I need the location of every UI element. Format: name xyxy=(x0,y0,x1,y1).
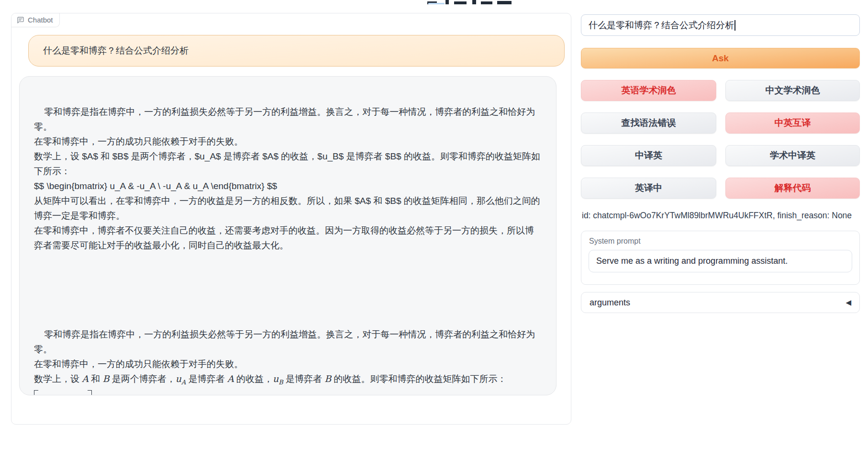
ask-button[interactable]: Ask xyxy=(581,48,860,68)
button-label: 英译中 xyxy=(635,182,662,194)
system-prompt-group: System prompt Serve me as a writing and … xyxy=(581,231,860,285)
user-message-bubble: 什么是零和博弈？结合公式介绍分析 xyxy=(28,35,565,67)
button-label: 中文学术润色 xyxy=(766,84,820,97)
chatbot-panel: Chatbot 什么是零和博弈？结合公式介绍分析 零和博弈是指在博弈中，一方的利… xyxy=(11,13,571,425)
paragraph-gap xyxy=(34,268,542,312)
button-label: 英语学术润色 xyxy=(622,84,676,97)
button-find-grammar-errors[interactable]: 查找语法错误 xyxy=(581,112,716,134)
button-academic-zh-to-en[interactable]: 学术中译英 xyxy=(725,145,860,166)
chatbot-panel-label-text: Chatbot xyxy=(28,16,53,24)
button-zh-to-en[interactable]: 中译英 xyxy=(581,145,716,166)
bot-message-raw-text: 零和博弈是指在博弈中，一方的利益损失必然等于另一方的利益增益。换言之，对于每一种… xyxy=(34,107,540,250)
button-label: 中译英 xyxy=(635,149,662,162)
response-status-line: id: chatcmpl-6wOo7KrYTwMl89lbrMWRu4UkFFX… xyxy=(582,211,860,221)
button-zh-en-mutual-translate[interactable]: 中英互译 xyxy=(725,112,860,134)
system-prompt-input[interactable]: Serve me as a writing and programming as… xyxy=(589,250,852,272)
ask-button-label: Ask xyxy=(712,53,729,64)
button-en-to-zh[interactable]: 英译中 xyxy=(581,178,716,199)
question-input[interactable]: 什么是零和博弈？结合公式介绍分析 xyxy=(581,14,860,36)
quick-action-grid: 英语学术润色 中文学术润色 查找语法错误 中英互译 中译英 学术中译英 英译中 … xyxy=(581,80,860,199)
button-label: 查找语法错误 xyxy=(622,117,676,129)
button-label: 中英互译 xyxy=(775,117,811,129)
clipped-page-title xyxy=(427,0,523,4)
button-label: 学术中译英 xyxy=(770,149,815,162)
question-input-value: 什么是零和博弈？结合公式介绍分析 xyxy=(589,19,734,32)
bot-message-bubble: 零和博弈是指在博弈中，一方的利益损失必然等于另一方的利益增益。换言之，对于每一种… xyxy=(19,76,556,395)
arguments-accordion[interactable]: arguments ◀ xyxy=(581,292,860,313)
arguments-accordion-label: arguments xyxy=(590,298,630,308)
button-chinese-academic-polish[interactable]: 中文学术润色 xyxy=(725,80,860,101)
user-message-text: 什么是零和博弈？结合公式介绍分析 xyxy=(43,45,189,57)
chatbot-panel-label: Chatbot xyxy=(11,13,60,27)
text-caret xyxy=(734,20,735,31)
system-prompt-value: Serve me as a writing and programming as… xyxy=(596,256,788,266)
button-english-academic-polish[interactable]: 英语学术润色 xyxy=(581,80,716,101)
system-prompt-label: System prompt xyxy=(581,231,859,246)
bot-message-rendered-text: 零和博弈是指在博弈中，一方的利益损失必然等于另一方的利益增益。换言之，对于每一种… xyxy=(34,329,539,395)
chat-bubble-icon xyxy=(17,16,24,24)
button-explain-code[interactable]: 解释代码 xyxy=(725,178,860,199)
accordion-collapsed-arrow-icon: ◀ xyxy=(846,298,851,307)
button-label: 解释代码 xyxy=(775,182,811,194)
